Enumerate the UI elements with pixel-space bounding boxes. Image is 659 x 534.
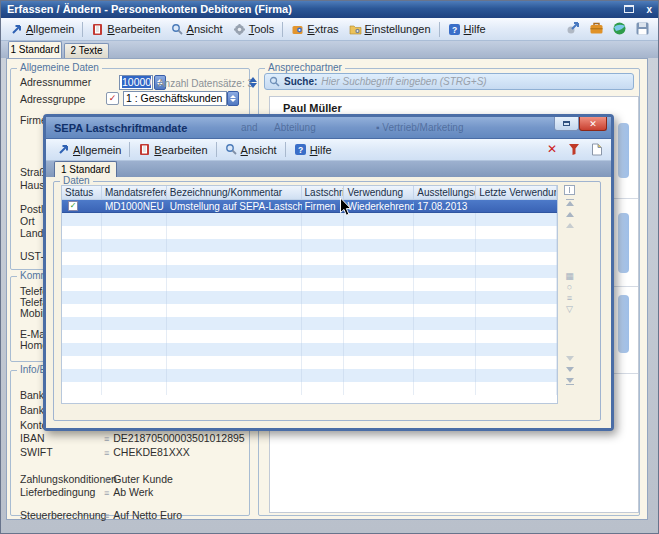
filter-icon[interactable]: ▽ xyxy=(566,304,573,315)
table-row[interactable] xyxy=(62,317,557,330)
filter-icon[interactable] xyxy=(568,143,580,156)
search-label: Suche: xyxy=(284,76,317,87)
dialog-menu-hilfe[interactable]: ? Hilfe xyxy=(289,141,337,158)
restore-icon[interactable] xyxy=(624,5,634,13)
scroll-first-icon[interactable] xyxy=(566,199,574,200)
column-header-lastschriftart[interactable]: Lastschriftart xyxy=(302,186,345,199)
check-edit-button[interactable]: ✓ xyxy=(106,92,119,105)
menu-label: Bearbeiten xyxy=(154,144,207,156)
table-cell xyxy=(62,330,102,343)
column-header-letzte-verwendung[interactable]: Letzte Verwendung xyxy=(476,186,557,199)
table-row[interactable] xyxy=(62,356,557,369)
menu-separator xyxy=(439,22,440,37)
table-cell xyxy=(302,317,345,330)
dialog-menu-ansicht[interactable]: Ansicht xyxy=(220,141,282,158)
table-cell xyxy=(414,278,476,291)
table-row[interactable] xyxy=(62,265,557,278)
dialog-minimize-button[interactable] xyxy=(554,117,579,131)
menu-bearbeiten[interactable]: Bearbeiten xyxy=(86,21,165,38)
scroll-first-icon[interactable] xyxy=(566,201,574,206)
toolbar-right-icons xyxy=(566,21,650,36)
tab-texte[interactable]: 2 Texte xyxy=(64,43,109,58)
menu-extras[interactable]: Extras xyxy=(286,21,343,38)
table-cell xyxy=(62,304,102,317)
dialog-menu-bearbeiten[interactable]: Bearbeiten xyxy=(133,141,212,158)
menu-einstellungen[interactable]: Einstellungen xyxy=(344,21,436,38)
contact-search-bar[interactable]: Suche: Hier Suchbegriff eingeben (STRG+S… xyxy=(264,73,634,90)
menu-allgemein[interactable]: Allgemein xyxy=(5,21,79,38)
table-row[interactable] xyxy=(62,252,557,265)
table-row[interactable] xyxy=(62,239,557,252)
dialog-menu-allgemein[interactable]: Allgemein xyxy=(52,141,126,158)
table-row[interactable] xyxy=(62,213,557,226)
help-icon: ? xyxy=(448,23,461,36)
dialog-action-icons: ✕ xyxy=(547,142,603,156)
ghost-text: Vertrieb/Marketing xyxy=(382,122,463,133)
briefcase-icon[interactable] xyxy=(589,21,604,36)
table-row-selected[interactable]: ✓ MD1000NEU Umstellung auf SEPA-Lastschr… xyxy=(62,200,557,213)
grid-view-icon[interactable]: ▦ xyxy=(565,271,574,282)
table-row[interactable] xyxy=(62,369,557,382)
menu-label: Einstellungen xyxy=(365,23,431,35)
column-header-mandatsreferenz[interactable]: Mandatsreferenz xyxy=(102,186,167,199)
column-header-ausstellungsdatum[interactable]: Ausstellungsdatum xyxy=(414,186,476,199)
field-marker-icon: ≡ xyxy=(104,448,109,458)
share-icon[interactable] xyxy=(566,21,581,36)
menu-separator xyxy=(129,142,130,157)
column-header-bezeichnung[interactable]: Bezeichnung/Kommentar xyxy=(167,186,302,199)
minimize-icon xyxy=(563,121,570,126)
ghost-text: Abteilung xyxy=(274,117,316,139)
zahlungskonditionen-value-row: ≡Guter Kunde xyxy=(104,473,173,487)
globe-icon[interactable] xyxy=(612,21,627,36)
save-icon[interactable] xyxy=(635,21,650,36)
new-document-icon[interactable] xyxy=(591,143,603,156)
menu-ansicht[interactable]: Ansicht xyxy=(166,21,228,38)
menu-label: Allgemein xyxy=(26,23,74,35)
adressgruppe-spinner[interactable] xyxy=(227,91,239,106)
panel-splitter-icon[interactable] xyxy=(249,77,257,88)
table-cell xyxy=(414,304,476,317)
table-row[interactable] xyxy=(62,226,557,239)
window-titlebar[interactable]: Erfassen / Ändern - Personenkonten Debit… xyxy=(1,1,659,18)
window-title: Erfassen / Ändern - Personenkonten Debit… xyxy=(7,3,292,15)
dialog-titlebar[interactable]: SEPA Lastschriftmandate and Abteilung ▪ … xyxy=(46,117,611,139)
table-row[interactable] xyxy=(62,330,557,343)
scroll-last-icon[interactable] xyxy=(566,384,574,385)
close-icon[interactable]: x xyxy=(646,2,652,17)
column-header-status[interactable]: Status xyxy=(62,186,102,199)
table-cell xyxy=(62,369,102,382)
scroll-page-up-icon[interactable] xyxy=(566,223,574,228)
table-cell xyxy=(302,239,345,252)
dialog-close-button[interactable]: ✕ xyxy=(579,117,607,131)
table-row[interactable] xyxy=(62,343,557,356)
table-cell xyxy=(167,265,302,278)
tab-standard[interactable]: 1 Standard xyxy=(8,41,62,58)
delete-icon[interactable]: ✕ xyxy=(547,142,557,156)
table-cell xyxy=(414,226,476,239)
table-row[interactable] xyxy=(62,382,557,395)
application-window: Erfassen / Ändern - Personenkonten Debit… xyxy=(0,0,659,534)
table-cell xyxy=(476,382,557,395)
table-cell xyxy=(302,213,345,226)
sort-icon[interactable]: ≡ xyxy=(567,293,572,304)
scroll-up-icon[interactable] xyxy=(566,212,574,217)
menu-tools[interactable]: Tools xyxy=(228,21,280,38)
search-icon[interactable]: ○ xyxy=(567,282,572,293)
table-row[interactable] xyxy=(62,304,557,317)
scroll-down-icon[interactable] xyxy=(566,367,574,372)
tab-label: 1 Standard xyxy=(61,164,110,175)
table-row[interactable] xyxy=(62,278,557,291)
column-header-verwendung[interactable]: Verwendung xyxy=(344,186,414,199)
table-cell xyxy=(302,356,345,369)
adressgruppe-dropdown[interactable]: 1 : Geschäftskunden xyxy=(123,91,227,106)
scroll-page-down-icon[interactable] xyxy=(566,356,574,361)
table-cell xyxy=(102,330,167,343)
table-cell xyxy=(344,239,414,252)
scroll-last-icon[interactable] xyxy=(566,378,574,383)
menu-separator xyxy=(82,22,83,37)
column-picker-icon[interactable] xyxy=(564,185,575,195)
table-cell xyxy=(302,343,345,356)
tab-label: 2 Texte xyxy=(70,45,102,56)
menu-hilfe[interactable]: ? Hilfe xyxy=(443,21,491,38)
table-row[interactable] xyxy=(62,291,557,304)
